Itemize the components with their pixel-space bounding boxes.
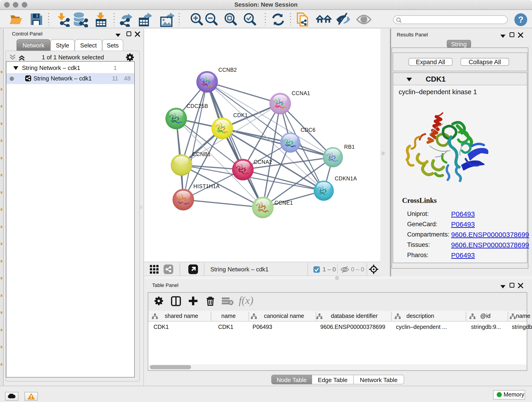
svg-text:CDK1: CDK1 — [233, 112, 248, 118]
svg-text:CDC25B: CDC25B — [186, 103, 208, 109]
svg-text:CDC6: CDC6 — [301, 127, 316, 133]
svg-text:CCNE1: CCNE1 — [274, 200, 293, 206]
svg-text:CCNA1: CCNA1 — [292, 90, 310, 96]
svg-text:CCNB1: CCNB1 — [192, 151, 211, 157]
svg-text:?: ? — [518, 15, 523, 25]
svg-text:CDKN1A: CDKN1A — [335, 176, 357, 182]
svg-text:HIST1H1A: HIST1H1A — [193, 183, 220, 189]
svg-text:RB1: RB1 — [344, 144, 355, 150]
svg-text:CCNB2: CCNB2 — [218, 67, 237, 73]
svg-text:CCNA2: CCNA2 — [254, 159, 272, 165]
